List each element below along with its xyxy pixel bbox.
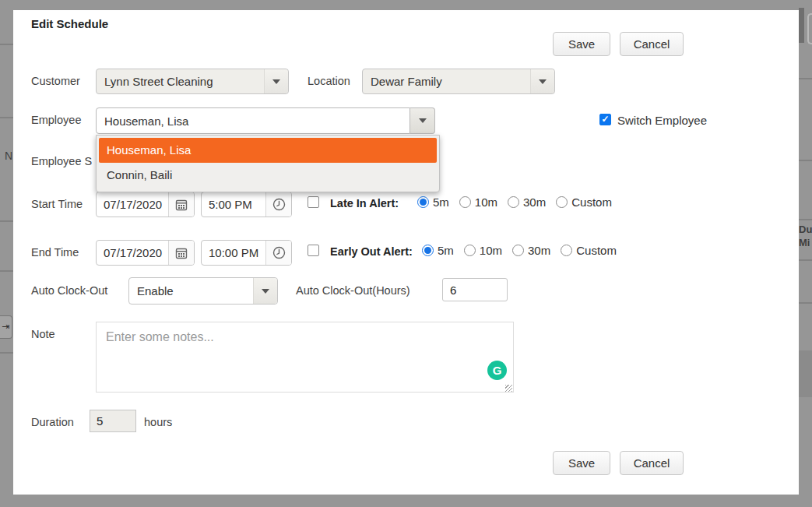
- start-date-input[interactable]: [97, 192, 168, 217]
- chevron-down-icon: [419, 118, 427, 123]
- early-out-alert-radio-group: 5m 10m 30m Custom: [422, 244, 627, 257]
- radio-option[interactable]: 5m: [422, 244, 454, 257]
- radio-label: 10m: [480, 244, 502, 257]
- radio-label: 30m: [523, 195, 546, 209]
- chevron-down-icon[interactable]: [253, 278, 277, 304]
- chevron-down-icon[interactable]: [264, 69, 288, 93]
- auto-clock-out-hours-input[interactable]: [442, 278, 508, 301]
- radio-label: 30m: [528, 244, 550, 257]
- auto-clock-out-dropdown-value: Enable: [129, 278, 253, 304]
- radio-option[interactable]: 30m: [508, 195, 546, 209]
- start-time-label: Start Time: [31, 198, 83, 210]
- background-row-divider: [0, 352, 13, 354]
- switch-employee-label: Switch Employee: [617, 114, 707, 127]
- radio-label: 5m: [438, 244, 454, 257]
- cancel-button-bottom[interactable]: Cancel: [620, 451, 684, 475]
- cancel-button-top[interactable]: Cancel: [620, 32, 684, 56]
- auto-clock-out-dropdown[interactable]: Enable: [128, 277, 278, 305]
- chevron-down-icon[interactable]: [530, 69, 554, 93]
- background-partial-text: N: [5, 150, 12, 162]
- background-button-edge: [807, 13, 812, 44]
- duration-label: Duration: [31, 416, 74, 428]
- employee-combobox-open-button[interactable]: [410, 107, 435, 134]
- employee-option[interactable]: Connin, Baili: [99, 163, 437, 188]
- radio-icon[interactable]: [561, 245, 572, 256]
- background-row-divider: [0, 270, 13, 272]
- radio-icon[interactable]: [464, 245, 476, 256]
- early-out-alert-checkbox[interactable]: [308, 245, 319, 256]
- background-row-divider: [0, 117, 13, 118]
- early-out-alert-label: Early Out Alert:: [330, 245, 413, 258]
- background-partial-text: Du: [799, 224, 812, 235]
- late-in-alert-radio-group: 5m 10m 30m Custom: [417, 195, 622, 209]
- customer-dropdown-value: Lynn Street Cleaning: [97, 69, 264, 93]
- dialog-title: Edit Schedule: [31, 17, 108, 30]
- employee-dropdown-list: Houseman, Lisa Connin, Baili: [96, 135, 440, 192]
- location-label: Location: [308, 75, 350, 87]
- calendar-icon[interactable]: [168, 241, 194, 265]
- employee-label: Employee: [31, 114, 81, 126]
- radio-option[interactable]: Custom: [556, 195, 612, 209]
- background-row-divider: [799, 160, 812, 161]
- grammarly-icon[interactable]: G: [487, 361, 507, 380]
- radio-label: 10m: [475, 195, 497, 209]
- background-row-divider: [799, 302, 812, 304]
- start-time-input[interactable]: [202, 192, 265, 217]
- background-partial-text: Mi: [799, 237, 810, 248]
- resize-handle-icon[interactable]: [505, 385, 512, 392]
- radio-icon[interactable]: [459, 196, 471, 208]
- employee-s-label: Employee S: [31, 155, 92, 167]
- location-dropdown[interactable]: Dewar Family: [362, 69, 555, 94]
- save-button-top[interactable]: Save: [553, 32, 610, 56]
- late-in-alert-label: Late In Alert:: [330, 197, 399, 209]
- employee-option-highlighted[interactable]: Houseman, Lisa: [99, 138, 437, 163]
- background-row-divider: [0, 44, 13, 45]
- clock-icon[interactable]: [265, 241, 291, 265]
- background-row-divider: [799, 78, 812, 79]
- radio-selected-icon[interactable]: [422, 245, 434, 256]
- end-time-input[interactable]: [202, 241, 265, 265]
- radio-option[interactable]: 10m: [459, 195, 497, 209]
- background-row-divider: [799, 259, 812, 261]
- customer-dropdown[interactable]: Lynn Street Cleaning: [96, 69, 289, 94]
- clock-icon[interactable]: [265, 192, 291, 217]
- radio-option[interactable]: 30m: [512, 244, 550, 257]
- radio-selected-icon[interactable]: [417, 196, 429, 208]
- duration-input[interactable]: [90, 410, 136, 432]
- background-row-band: [799, 350, 812, 397]
- employee-combobox-input[interactable]: [96, 107, 410, 134]
- radio-icon[interactable]: [508, 196, 519, 208]
- radio-label: 5m: [433, 195, 449, 209]
- location-dropdown-value: Dewar Family: [363, 69, 530, 93]
- late-in-alert-checkbox[interactable]: [308, 196, 319, 208]
- end-date-picker: [96, 240, 195, 266]
- note-label: Note: [31, 328, 55, 340]
- end-time-picker: [201, 240, 292, 266]
- switch-employee-checkbox[interactable]: [599, 114, 611, 125]
- end-time-label: End Time: [31, 246, 79, 259]
- radio-icon[interactable]: [556, 196, 568, 208]
- auto-clock-out-hours-label: Auto Clock-Out(Hours): [296, 284, 410, 297]
- background-row-divider: [0, 220, 13, 222]
- duration-suffix-label: hours: [144, 416, 172, 428]
- radio-option[interactable]: 5m: [417, 195, 449, 209]
- calendar-icon[interactable]: [168, 192, 194, 217]
- customer-label: Customer: [31, 75, 80, 87]
- start-time-picker: [201, 192, 292, 217]
- radio-option[interactable]: 10m: [464, 244, 502, 257]
- radio-label: Custom: [571, 195, 612, 209]
- radio-label: Custom: [576, 244, 617, 257]
- auto-clock-out-label: Auto Clock-Out: [31, 284, 107, 297]
- background-pager-last-icon: ⇥: [0, 315, 12, 339]
- end-date-input[interactable]: [97, 241, 168, 265]
- radio-icon[interactable]: [512, 245, 524, 256]
- background-row-divider: [799, 219, 812, 220]
- edit-schedule-dialog: Edit Schedule Save Cancel Customer Lynn …: [13, 10, 799, 495]
- save-button-bottom[interactable]: Save: [553, 451, 610, 475]
- background-scrollbar-thumb: [799, 8, 804, 43]
- radio-option[interactable]: Custom: [561, 244, 617, 257]
- note-textarea[interactable]: [96, 322, 514, 393]
- start-date-picker: [96, 192, 195, 217]
